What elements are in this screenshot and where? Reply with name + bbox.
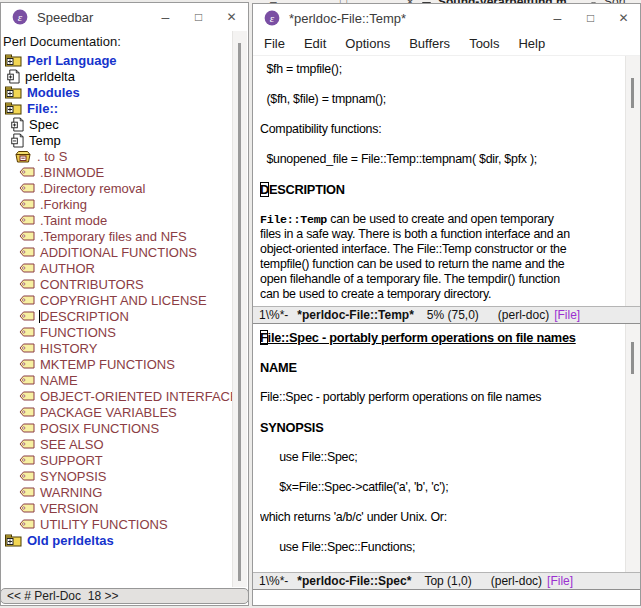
text-line: File::Spec - portably perform operations… <box>260 390 638 405</box>
minimize-button[interactable]: – <box>149 3 182 31</box>
menu-file[interactable]: File <box>264 36 285 51</box>
speedbar-item-modules[interactable]: Modules <box>1 84 248 100</box>
modeline-position: 5% (75,0) <box>427 308 479 322</box>
scrollbar-thumb[interactable] <box>631 342 634 374</box>
modeline-major-mode[interactable]: (perl-doc) <box>498 308 549 322</box>
window-controls: – □ ✕ <box>541 4 640 32</box>
maximize-button[interactable]: □ <box>574 4 607 32</box>
scrollbar[interactable] <box>625 56 640 306</box>
speedbar-item-file[interactable]: File:: <box>1 100 248 116</box>
modeline-major-mode[interactable]: (perl-doc) <box>491 574 542 588</box>
speedbar-item-author[interactable]: AUTHOR <box>1 260 248 276</box>
folder-plus-icon <box>4 86 22 99</box>
modeline-buffer-name[interactable]: *perldoc-File::Spec* <box>297 574 411 588</box>
mode-line-file-spec[interactable]: 1\%*- *perldoc-File::Spec* Top (1,0) (pe… <box>253 572 640 590</box>
doc-plus-icon <box>11 117 24 132</box>
speedbar-item-old-perldeltas[interactable]: Old perldeltas <box>1 532 248 548</box>
item-label: FUNCTIONS <box>40 325 116 340</box>
item-label: Perl Language <box>27 53 117 68</box>
speedbar-item-utility-functions[interactable]: UTILITY FUNCTIONS <box>1 516 248 532</box>
speedbar-item-see-also[interactable]: SEE ALSO <box>1 436 248 452</box>
modeline-which-file[interactable]: [File] <box>554 308 580 322</box>
main-window-title: *perldoc-File::Temp* <box>289 11 406 26</box>
speedbar-item-mktemp-functions[interactable]: MKTEMP FUNCTIONS <box>1 356 248 372</box>
echo-area[interactable] <box>253 590 640 605</box>
mode-line-file-temp[interactable]: 1\%*- *perldoc-File::Temp* 5% (75,0) (pe… <box>253 306 640 324</box>
menu-edit[interactable]: Edit <box>304 36 326 51</box>
text-line: can be used to create a temporary direct… <box>260 287 638 302</box>
folder-plus-icon <box>4 54 22 67</box>
speedbar-item-temporary-files-nfs[interactable]: .Temporary files and NFS <box>1 228 248 244</box>
speedbar-item-forking[interactable]: .Forking <box>1 196 248 212</box>
menu-options[interactable]: Options <box>345 36 390 51</box>
speedbar-item-package-variables[interactable]: PACKAGE VARIABLES <box>1 404 248 420</box>
speedbar-item-synopsis[interactable]: SYNOPSIS <box>1 468 248 484</box>
close-button[interactable]: ✕ <box>215 3 248 31</box>
scrollbar-thumb[interactable] <box>238 43 241 581</box>
speedbar-item-posix-functions[interactable]: POSIX FUNCTIONS <box>1 420 248 436</box>
speedbar-item-functions[interactable]: FUNCTIONS <box>1 324 248 340</box>
speedbar-item-copyright-license[interactable]: COPYRIGHT AND LICENSE <box>1 292 248 308</box>
minimize-button[interactable]: – <box>541 4 574 32</box>
speedbar-item-directory-removal[interactable]: .Directory removal <box>1 180 248 196</box>
section-heading-name: NAME <box>260 360 638 375</box>
speedbar-item-tag-group[interactable]: . to S <box>1 148 248 164</box>
blank-line <box>260 345 638 360</box>
speedbar-item-warning[interactable]: WARNING <box>1 484 248 500</box>
scrollbar[interactable] <box>625 324 640 572</box>
modeline-which-file[interactable]: [File] <box>547 574 573 588</box>
tag-icon <box>19 199 35 209</box>
menu-buffers[interactable]: Buffers <box>409 36 450 51</box>
speedbar-item-name[interactable]: NAME <box>1 372 248 388</box>
tag-icon <box>19 407 35 417</box>
item-label: DESCRIPTION <box>40 309 129 324</box>
close-button[interactable]: ✕ <box>607 4 640 32</box>
speedbar-item-contributors[interactable]: CONTRIBUTORS <box>1 276 248 292</box>
speedbar-item-description[interactable]: DESCRIPTION <box>1 308 248 324</box>
buffer-window-file-spec[interactable]: File::Spec - portably perform operations… <box>253 324 640 572</box>
item-label: POSIX FUNCTIONS <box>40 421 159 436</box>
item-label: Spec <box>29 117 59 132</box>
speedbar-window-title: Speedbar <box>37 10 93 25</box>
code-line: $fh = tmpfile(); <box>260 62 638 77</box>
scrollbar-thumb[interactable] <box>631 78 634 108</box>
speedbar-status-bar: << # Perl-Doc 18 >> <box>0 588 249 604</box>
tag-icon <box>19 311 35 321</box>
maximize-button[interactable]: □ <box>182 3 215 31</box>
code-line: $unopened_file = File::Temp::tempnam( $d… <box>260 152 638 167</box>
window-controls: – □ ✕ <box>149 3 248 31</box>
item-label: .BINMODE <box>40 165 104 180</box>
speedbar-item-support[interactable]: SUPPORT <box>1 452 248 468</box>
buffer-window-file-temp[interactable]: $fh = tmpfile(); ($fh, $file) = tmpnam()… <box>253 56 640 306</box>
menu-help[interactable]: Help <box>518 36 545 51</box>
blank-line <box>260 107 638 122</box>
speedbar-item-perl-language[interactable]: Perl Language <box>1 52 248 68</box>
menu-tools[interactable]: Tools <box>469 36 499 51</box>
code-line: $x = catfile('a', 'b', 'c'); <box>260 570 638 572</box>
tag-icon <box>19 327 35 337</box>
speedbar-item-version[interactable]: VERSION <box>1 500 248 516</box>
speedbar-item-binmode[interactable]: .BINMODE <box>1 164 248 180</box>
speedbar-item-perldelta[interactable]: perldelta <box>1 68 248 84</box>
blank-line <box>260 137 638 152</box>
speedbar-item-object-oriented-interface[interactable]: OBJECT-ORIENTED INTERFACE <box>1 388 248 404</box>
main-titlebar[interactable]: *perldoc-File::Temp* – □ ✕ <box>253 4 640 32</box>
speedbar-scrollbar[interactable] <box>232 31 247 587</box>
item-label: COPYRIGHT AND LICENSE <box>40 293 207 308</box>
item-label: VERSION <box>40 501 99 516</box>
tag-icon <box>19 471 35 481</box>
item-label: SEE ALSO <box>40 437 104 452</box>
speedbar-item-temp[interactable]: Temp <box>1 132 248 148</box>
speedbar-item-spec[interactable]: Spec <box>1 116 248 132</box>
open-group-icon <box>14 150 32 163</box>
blank-line <box>260 167 638 182</box>
speedbar-item-additional-functions[interactable]: ADDITIONAL FUNCTIONS <box>1 244 248 260</box>
item-label: . to S <box>37 149 67 164</box>
modeline-buffer-name[interactable]: *perldoc-File::Temp* <box>297 308 413 322</box>
text-line: tempfile() function can be used to retur… <box>260 257 638 272</box>
speedbar-item-history[interactable]: HISTORY <box>1 340 248 356</box>
item-label: Temp <box>29 133 61 148</box>
speedbar-item-taint-mode[interactable]: .Taint mode <box>1 212 248 228</box>
speedbar-titlebar[interactable]: Speedbar – □ ✕ <box>1 3 248 31</box>
tag-icon <box>19 375 35 385</box>
